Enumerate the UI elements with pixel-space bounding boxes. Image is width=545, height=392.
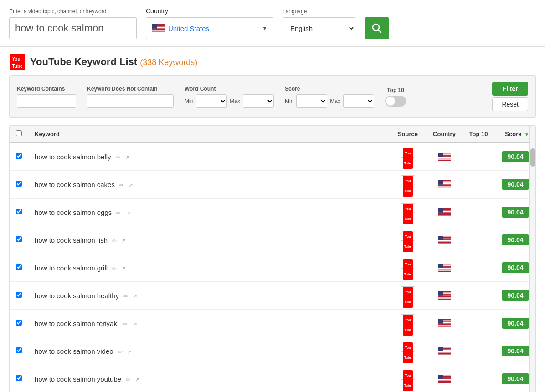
youtube-source-icon: YouTube <box>401 259 415 269</box>
filter-button[interactable]: Filter <box>492 82 528 96</box>
svg-rect-71 <box>438 236 443 240</box>
score-min-select[interactable] <box>296 94 327 108</box>
edit-icon[interactable]: ✏ <box>112 265 117 272</box>
svg-rect-43 <box>438 180 443 185</box>
external-link-icon[interactable]: ↗ <box>121 238 126 244</box>
external-link-icon[interactable]: ↗ <box>129 182 133 188</box>
edit-icon[interactable]: ✏ <box>123 293 128 300</box>
top10-cell <box>463 282 494 310</box>
edit-icon[interactable]: ✏ <box>119 182 124 188</box>
row-us-flag-icon <box>438 180 451 188</box>
row-checkbox[interactable] <box>16 292 22 298</box>
svg-rect-42 <box>438 188 451 188</box>
search-group: Enter a video topic, channel, or keyword <box>9 8 137 39</box>
row-checkbox[interactable] <box>16 181 22 187</box>
filter-buttons: Filter Reset <box>492 82 528 111</box>
svg-rect-108 <box>438 324 451 325</box>
edit-icon[interactable]: ✏ <box>116 154 120 161</box>
source-cell: YouTube <box>390 337 426 365</box>
search-input[interactable] <box>9 17 137 39</box>
row-checkbox[interactable] <box>16 320 22 326</box>
svg-rect-12 <box>152 32 165 32</box>
table-row: how to cook salmon youtube ✏ ↗YouTube 90… <box>10 365 535 392</box>
top10-column-label: Top 10 <box>469 131 488 137</box>
row-checkbox[interactable] <box>16 264 22 270</box>
source-cell: YouTube <box>390 310 426 337</box>
svg-rect-125 <box>438 354 451 354</box>
edit-icon[interactable]: ✏ <box>118 349 123 355</box>
chevron-down-icon: ▼ <box>262 25 267 31</box>
score-max-select[interactable] <box>343 94 374 108</box>
toggle-knob <box>386 97 395 106</box>
external-link-icon[interactable]: ↗ <box>135 377 139 383</box>
svg-rect-26 <box>438 159 451 159</box>
country-cell <box>426 337 463 365</box>
svg-rect-69 <box>438 243 451 243</box>
row-checkbox[interactable] <box>16 153 22 159</box>
svg-rect-57 <box>438 208 443 213</box>
top10-cell <box>463 310 494 337</box>
country-dropdown[interactable]: United States ▼ <box>146 17 273 39</box>
row-us-flag-icon <box>438 347 451 355</box>
keyword-column-label: Keyword <box>35 131 60 137</box>
country-column-header[interactable]: Country <box>426 126 463 143</box>
svg-rect-110 <box>438 326 451 326</box>
external-link-icon[interactable]: ↗ <box>121 265 126 272</box>
table-row: how to cook salmon fish ✏ ↗YouTube 90.04 <box>10 226 535 254</box>
select-all-checkbox[interactable] <box>16 130 22 136</box>
external-link-icon[interactable]: ↗ <box>127 349 132 355</box>
table-row: how to cook salmon teriyaki ✏ ↗YouTube 9… <box>10 310 535 337</box>
row-checkbox[interactable] <box>16 347 22 353</box>
svg-rect-51 <box>438 213 451 213</box>
keyword-not-contain-input[interactable] <box>87 94 174 108</box>
edit-icon[interactable]: ✏ <box>123 321 128 327</box>
table-row: how to cook salmon video ✏ ↗YouTube 90.0… <box>10 337 535 365</box>
svg-rect-24 <box>438 158 451 158</box>
row-checkbox[interactable] <box>16 375 22 381</box>
source-column-label: Source <box>398 131 418 137</box>
keyword-text: how to cook salmon healthy <box>35 292 119 300</box>
youtube-source-icon: YouTube <box>401 231 415 241</box>
external-link-icon[interactable]: ↗ <box>125 154 129 161</box>
youtube-source-icon: YouTube <box>401 148 415 158</box>
svg-rect-79 <box>438 268 451 269</box>
source-column-header[interactable]: Source <box>390 126 426 143</box>
keyword-column-header[interactable]: Keyword <box>28 126 390 143</box>
yt-logo-small: YouTube <box>403 287 413 308</box>
svg-rect-85 <box>438 264 443 268</box>
keyword-contains-label: Keyword Contains <box>17 86 76 92</box>
country-cell <box>426 171 463 199</box>
scrollbar[interactable] <box>529 126 535 392</box>
row-checkbox[interactable] <box>16 209 22 214</box>
edit-icon[interactable]: ✏ <box>116 210 121 216</box>
keyword-cell: how to cook salmon healthy ✏ ↗ <box>28 282 390 310</box>
keyword-cell: how to cook salmon teriyaki ✏ ↗ <box>28 310 390 337</box>
keyword-contains-input[interactable] <box>17 94 76 108</box>
search-button[interactable] <box>365 17 389 39</box>
language-select[interactable]: English <box>283 17 355 39</box>
top-bar: Enter a video topic, channel, or keyword… <box>0 0 545 47</box>
row-checkbox[interactable] <box>16 236 22 242</box>
score-badge: 90.04 <box>502 290 529 301</box>
source-cell: YouTube <box>390 199 426 226</box>
external-link-icon[interactable]: ↗ <box>126 210 130 216</box>
word-count-max-select[interactable] <box>243 94 274 108</box>
external-link-icon[interactable]: ↗ <box>133 321 137 327</box>
top10-toggle[interactable] <box>385 96 406 107</box>
svg-rect-122 <box>438 352 451 352</box>
keyword-table: Keyword Source Country Top 10 Score ▼ <box>10 126 535 392</box>
svg-rect-8 <box>152 29 165 30</box>
svg-rect-136 <box>438 380 451 380</box>
edit-icon[interactable]: ✏ <box>126 377 130 383</box>
svg-rect-139 <box>438 382 451 382</box>
external-link-icon[interactable]: ↗ <box>133 293 137 300</box>
youtube-logo-box: YouTube <box>10 54 25 70</box>
youtube-logo: YouTube <box>9 56 26 68</box>
reset-button[interactable]: Reset <box>492 97 528 111</box>
top10-column-header[interactable]: Top 10 <box>463 126 494 143</box>
svg-rect-107 <box>438 324 451 324</box>
top10-cell <box>463 254 494 282</box>
word-count-min-select[interactable] <box>196 94 227 108</box>
svg-rect-37 <box>438 185 451 185</box>
edit-icon[interactable]: ✏ <box>112 238 117 244</box>
